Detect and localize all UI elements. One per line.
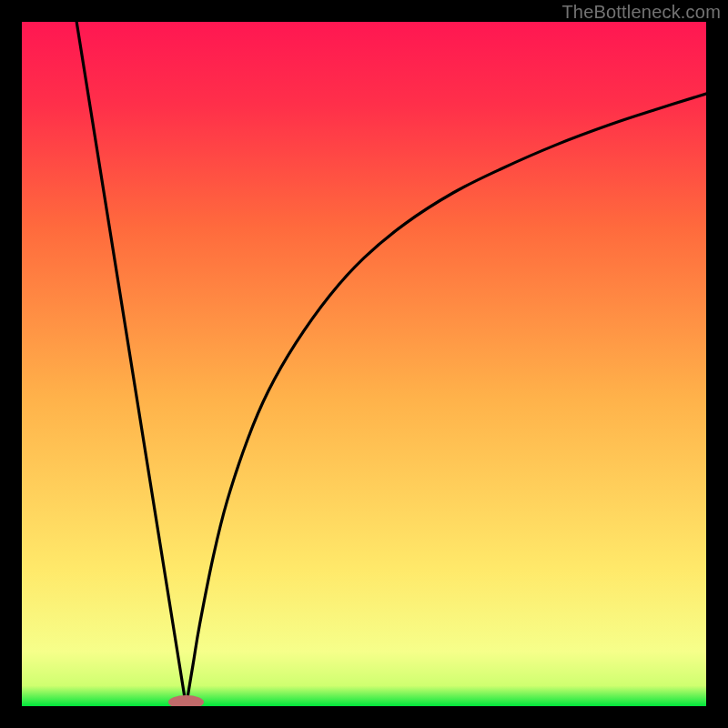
attribution-label: TheBottleneck.com [561, 2, 721, 23]
gradient-background [22, 22, 706, 706]
chart-frame [22, 22, 706, 706]
bottleneck-curve-chart [22, 22, 706, 706]
